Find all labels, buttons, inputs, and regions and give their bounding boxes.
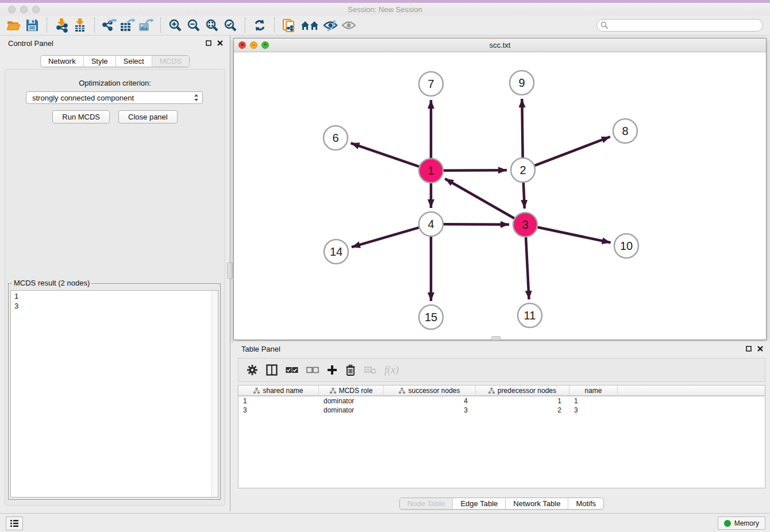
table-body: 1dominator4113dominator323 (238, 396, 765, 415)
delete-column-button[interactable] (345, 364, 356, 376)
column-header-name[interactable]: name (569, 385, 618, 395)
float-panel-icon[interactable] (746, 346, 752, 352)
column-label: name (584, 387, 602, 395)
function-builder-button[interactable]: f(x) (384, 364, 399, 376)
cell-name[interactable]: 3 (569, 406, 618, 414)
first-neighbors-button[interactable] (298, 17, 321, 34)
column-header-successor-nodes[interactable]: successor nodes (384, 385, 476, 395)
edge-3-10[interactable] (538, 228, 611, 243)
table-row[interactable]: 3dominator323 (238, 406, 765, 415)
zoom-selected-button[interactable] (221, 17, 240, 34)
zoom-out-button[interactable] (184, 17, 203, 34)
show-all-button[interactable] (340, 17, 358, 34)
node-6[interactable]: 6 (324, 126, 348, 150)
node-label-7: 7 (428, 78, 434, 90)
show-columns-button[interactable] (266, 364, 278, 376)
table-settings-button[interactable] (247, 364, 258, 376)
column-header-MCDS-role[interactable]: MCDS role (319, 385, 384, 395)
edge-2-3[interactable] (523, 183, 525, 209)
cell-name[interactable]: 1 (569, 397, 618, 405)
edge-2-8[interactable] (535, 137, 610, 165)
column-label: predecessor nodes (498, 387, 556, 395)
edge-3-1[interactable] (445, 179, 514, 218)
node-7[interactable]: 7 (419, 72, 443, 96)
criterion-dropdown[interactable]: strongly connected component (26, 91, 203, 104)
node-3[interactable]: 3 (513, 213, 537, 237)
tab-edge-table[interactable]: Edge Table (452, 498, 505, 509)
cell-successor-nodes[interactable]: 4 (384, 397, 476, 405)
tab-node-table[interactable]: Node Table (400, 498, 453, 509)
cell-successor-nodes[interactable]: 3 (384, 406, 476, 414)
node-4[interactable]: 4 (419, 212, 443, 236)
import-table-button[interactable] (71, 17, 89, 34)
duplicate-network-button[interactable] (280, 17, 298, 34)
cell-MCDS-role[interactable]: dominator (319, 397, 384, 405)
node-15[interactable]: 15 (419, 305, 443, 329)
tab-select[interactable]: Select (116, 56, 152, 67)
tab-network-table[interactable]: Network Table (505, 498, 568, 509)
mcds-result-text[interactable]: 1 3 (10, 290, 218, 498)
column-header-shared-name[interactable]: shared name (238, 385, 319, 395)
show-all-icon (341, 18, 357, 32)
memory-status-icon (724, 520, 731, 527)
network-graph: 7968124314101511 (234, 52, 766, 340)
cell-predecessor-nodes[interactable]: 2 (476, 406, 569, 414)
network-canvas[interactable]: 7968124314101511 (234, 52, 766, 340)
zoom-fit-button[interactable] (203, 17, 221, 34)
export-table-button[interactable] (118, 17, 137, 34)
edge-1-2[interactable] (444, 170, 507, 171)
close-panel-button[interactable]: Close panel (118, 110, 178, 124)
node-8[interactable]: 8 (613, 119, 637, 143)
run-mcds-button[interactable]: Run MCDS (52, 110, 110, 124)
import-network-icon (54, 18, 69, 33)
edge-2-9[interactable] (522, 99, 522, 157)
close-panel-icon[interactable] (217, 40, 223, 46)
add-column-button[interactable] (327, 365, 337, 375)
float-panel-icon[interactable] (206, 40, 211, 46)
memory-label: Memory (734, 519, 759, 527)
node-9[interactable]: 9 (510, 71, 534, 95)
edge-1-6[interactable] (351, 143, 419, 167)
delete-table-button[interactable] (364, 365, 376, 375)
refresh-button[interactable] (251, 17, 269, 34)
table-splitter-grip[interactable] (491, 336, 500, 340)
node-11[interactable]: 11 (518, 303, 542, 327)
node-2[interactable]: 2 (511, 158, 535, 182)
cell-predecessor-nodes[interactable]: 1 (476, 397, 569, 405)
open-file-button[interactable] (5, 17, 23, 34)
import-network-button[interactable] (52, 17, 71, 34)
edge-4-14[interactable] (352, 228, 419, 247)
close-panel-icon[interactable] (757, 346, 763, 352)
unchecked-boxes-icon (306, 367, 319, 373)
node-14[interactable]: 14 (324, 240, 348, 264)
panel-splitter-grip[interactable] (227, 263, 233, 279)
zoom-in-button[interactable] (166, 17, 184, 34)
select-all-button[interactable] (286, 367, 298, 373)
tab-style[interactable]: Style (83, 56, 116, 67)
tab-mcds[interactable]: MCDS (152, 56, 189, 67)
node-label-2: 2 (519, 164, 526, 176)
node-1[interactable]: 1 (419, 159, 443, 183)
cell-shared-name[interactable]: 3 (238, 406, 319, 414)
cell-MCDS-role[interactable]: dominator (319, 406, 384, 414)
export-image-button[interactable] (137, 17, 155, 34)
search-input[interactable] (596, 19, 763, 32)
save-session-icon (25, 18, 39, 32)
cell-shared-name[interactable]: 1 (238, 397, 319, 405)
task-history-button[interactable] (6, 516, 23, 530)
result-scrollbar[interactable] (211, 291, 218, 497)
network-frame-titlebar[interactable]: ✕ − + scc.txt (234, 38, 766, 52)
tab-motifs[interactable]: Motifs (568, 498, 603, 509)
network-title: scc.txt (234, 41, 766, 49)
table-row[interactable]: 1dominator411 (238, 396, 765, 406)
node-10[interactable]: 10 (614, 234, 638, 258)
save-session-button[interactable] (23, 17, 41, 34)
deselect-all-button[interactable] (306, 367, 319, 373)
hide-selected-button[interactable] (321, 17, 340, 34)
tab-network[interactable]: Network (41, 56, 83, 67)
export-network-button[interactable] (100, 17, 118, 34)
edge-3-11[interactable] (526, 237, 529, 299)
edge-4-3[interactable] (444, 224, 509, 225)
column-header-predecessor-nodes[interactable]: predecessor nodes (476, 385, 569, 395)
memory-button[interactable]: Memory (718, 516, 765, 530)
